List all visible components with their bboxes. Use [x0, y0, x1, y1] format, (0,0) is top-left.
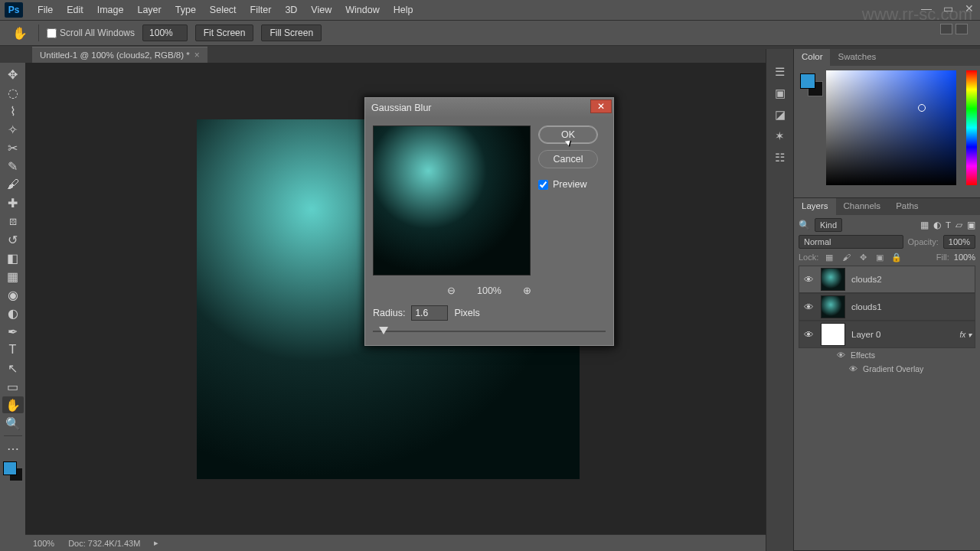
visibility-eye-icon[interactable]: 👁: [849, 364, 858, 373]
visibility-eye-icon[interactable]: 👁: [837, 350, 846, 360]
history-brush-icon[interactable]: ↺: [2, 231, 24, 248]
menu-filter[interactable]: Filter: [243, 2, 279, 18]
menu-help[interactable]: Help: [387, 2, 420, 18]
wand-tool-icon[interactable]: ✧: [2, 121, 24, 138]
frame-icon[interactable]: [940, 24, 952, 34]
lasso-tool-icon[interactable]: ⌇: [2, 103, 24, 119]
marquee-tool-icon[interactable]: ◌: [2, 84, 24, 101]
zoom-out-icon[interactable]: ⊖: [447, 285, 456, 296]
zoom-in-icon[interactable]: ⊕: [523, 285, 531, 296]
scroll-all-checkbox-input[interactable]: [47, 28, 57, 38]
filter-type-icon[interactable]: T: [946, 220, 951, 230]
lock-transparent-icon[interactable]: ▦: [823, 252, 835, 262]
status-arrow-icon[interactable]: ▸: [154, 538, 158, 548]
menu-type[interactable]: Type: [168, 2, 203, 18]
edit-toolbar-icon[interactable]: ⋯: [2, 440, 24, 457]
adjust-panel-icon[interactable]: ☷: [771, 150, 789, 165]
brush-tool-icon[interactable]: 🖌: [2, 176, 24, 193]
visibility-eye-icon[interactable]: 👁: [802, 329, 815, 341]
radius-slider[interactable]: [373, 325, 606, 337]
menu-view[interactable]: View: [304, 2, 338, 18]
color-swatch[interactable]: [3, 461, 23, 481]
hand-tool-icon[interactable]: ✋: [2, 396, 24, 413]
menu-edit[interactable]: Edit: [60, 2, 90, 18]
layer-name[interactable]: clouds2: [851, 275, 882, 284]
lock-pixels-icon[interactable]: 🖌: [840, 252, 852, 262]
dialog-close-button[interactable]: ✕: [590, 99, 612, 113]
layer-name[interactable]: clouds1: [851, 302, 882, 311]
gradient-tool-icon[interactable]: ▦: [2, 268, 24, 285]
preview-checkbox-input[interactable]: [538, 180, 548, 190]
filter-shape-icon[interactable]: ▱: [956, 220, 962, 230]
tab-channels[interactable]: Channels: [836, 198, 889, 215]
blend-mode-select[interactable]: Normal: [799, 235, 903, 249]
visibility-eye-icon[interactable]: 👁: [802, 302, 815, 313]
saturation-brightness-picker[interactable]: [826, 70, 956, 185]
layer-row[interactable]: 👁 Layer 0 fx ▾: [799, 321, 975, 348]
blur-tool-icon[interactable]: ◉: [2, 286, 24, 303]
lock-artboard-icon[interactable]: ▣: [874, 252, 886, 262]
window-restore-icon[interactable]: ▭: [937, 0, 959, 17]
cancel-button[interactable]: Cancel: [538, 150, 598, 168]
tab-layers[interactable]: Layers: [794, 198, 836, 215]
pen-tool-icon[interactable]: ✒: [2, 323, 24, 340]
visibility-eye-icon[interactable]: 👁: [802, 274, 815, 285]
dialog-preview-image[interactable]: [373, 126, 531, 276]
actions-panel-icon[interactable]: ▣: [771, 86, 789, 101]
eraser-tool-icon[interactable]: ◧: [2, 249, 24, 266]
menu-window[interactable]: Window: [338, 2, 386, 18]
stamp-tool-icon[interactable]: ⧇: [2, 213, 24, 230]
brush-panel-icon[interactable]: ✶: [771, 129, 789, 144]
layer-thumbnail[interactable]: [821, 323, 845, 346]
opacity-value[interactable]: 100%: [943, 235, 975, 249]
tab-color[interactable]: Color: [794, 49, 830, 66]
layer-name[interactable]: Layer 0: [851, 330, 880, 339]
layer-thumbnail[interactable]: [821, 268, 845, 291]
layer-row[interactable]: 👁 clouds1: [799, 293, 975, 321]
foreground-color-swatch[interactable]: [3, 461, 17, 475]
eyedropper-tool-icon[interactable]: ✎: [2, 158, 24, 174]
layer-effect-item[interactable]: 👁 Gradient Overlay: [799, 362, 975, 376]
layer-thumbnail[interactable]: [821, 295, 845, 318]
lock-position-icon[interactable]: ✥: [857, 252, 869, 262]
layer-row[interactable]: 👁 clouds2: [799, 266, 975, 293]
search-icon[interactable]: 🔍: [799, 220, 810, 230]
healing-tool-icon[interactable]: ✚: [2, 194, 24, 211]
layer-effects-row[interactable]: 👁 Effects: [799, 348, 975, 362]
workspace-switcher[interactable]: [940, 24, 968, 34]
dialog-zoom-value[interactable]: 100%: [477, 285, 501, 296]
menu-select[interactable]: Select: [203, 2, 243, 18]
dialog-title-bar[interactable]: Gaussian Blur ✕: [365, 98, 613, 118]
document-tab[interactable]: Untitled-1 @ 100% (clouds2, RGB/8) * ×: [32, 47, 207, 63]
frame-fill-icon[interactable]: [956, 24, 968, 34]
history-panel-icon[interactable]: ☰: [771, 64, 789, 80]
filter-smart-icon[interactable]: ▣: [967, 220, 975, 230]
window-minimize-icon[interactable]: —: [916, 0, 937, 17]
menu-file[interactable]: File: [31, 2, 60, 18]
window-close-icon[interactable]: ✕: [959, 0, 980, 17]
lock-all-icon[interactable]: 🔒: [890, 252, 903, 262]
rectangle-tool-icon[interactable]: ▭: [2, 378, 24, 395]
slider-thumb-icon[interactable]: [379, 327, 388, 334]
status-doc-size[interactable]: Doc: 732.4K/1.43M: [68, 539, 140, 548]
crop-tool-icon[interactable]: ✂: [2, 139, 24, 156]
preview-checkbox[interactable]: Preview: [538, 179, 598, 190]
picker-fg-swatch[interactable]: [800, 73, 815, 89]
fit-screen-button[interactable]: Fit Screen: [195, 24, 254, 41]
filter-pixel-icon[interactable]: ▦: [920, 220, 929, 230]
layer-filter-kind[interactable]: Kind: [815, 218, 842, 232]
properties-panel-icon[interactable]: ◪: [771, 107, 789, 122]
menu-3d[interactable]: 3D: [278, 2, 304, 18]
scroll-all-windows-checkbox[interactable]: Scroll All Windows: [47, 28, 135, 38]
color-picker-swatches[interactable]: [800, 73, 823, 96]
tab-swatches[interactable]: Swatches: [830, 49, 884, 66]
path-tool-icon[interactable]: ↖: [2, 360, 24, 377]
dodge-tool-icon[interactable]: ◐: [2, 305, 24, 321]
tab-paths[interactable]: Paths: [888, 198, 926, 215]
menu-image[interactable]: Image: [90, 2, 131, 18]
move-tool-icon[interactable]: ✥: [2, 66, 24, 83]
menu-layer[interactable]: Layer: [130, 2, 168, 18]
filter-adjust-icon[interactable]: ◐: [933, 220, 941, 230]
zoom-tool-icon[interactable]: 🔍: [2, 415, 24, 432]
zoom-combo[interactable]: 100%: [142, 24, 188, 41]
